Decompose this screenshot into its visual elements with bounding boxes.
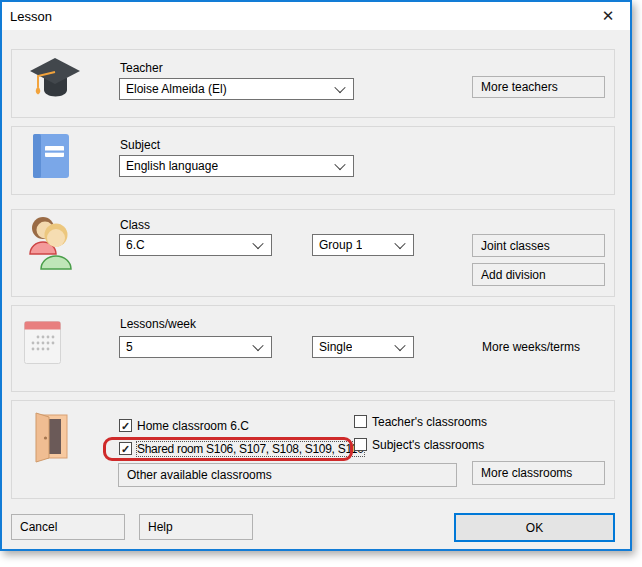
checkmark-icon: ✓ <box>121 421 130 431</box>
other-available-classrooms-button[interactable]: Other available classrooms <box>118 463 457 487</box>
lessons-count-select[interactable]: 5 <box>119 336 272 358</box>
lessons-week-label: Lessons/week <box>120 317 196 331</box>
ok-label: OK <box>526 521 543 535</box>
chevron-down-icon <box>252 238 263 249</box>
subjects-classrooms-checkbox[interactable]: ✓ Subject's classrooms <box>354 438 484 452</box>
lesson-type-select[interactable]: Single <box>312 336 414 358</box>
checkbox-box: ✓ <box>354 438 367 451</box>
cancel-button[interactable]: Cancel <box>11 514 125 540</box>
chevron-down-icon <box>252 340 263 351</box>
add-division-button[interactable]: Add division <box>472 263 605 286</box>
lessons-count-value: 5 <box>126 340 133 354</box>
graduation-cap-icon <box>28 56 82 108</box>
chevron-down-icon <box>334 159 345 170</box>
ok-button[interactable]: OK <box>454 513 615 542</box>
teacher-label: Teacher <box>120 61 163 75</box>
checkbox-box: ✓ <box>354 415 367 428</box>
add-division-label: Add division <box>481 268 546 282</box>
class-select[interactable]: 6.C <box>119 234 272 256</box>
subject-label: Subject <box>120 138 160 152</box>
teacher-select-value: Eloise Almeida (El) <box>126 82 227 96</box>
checkbox-box: ✓ <box>119 419 132 432</box>
more-classrooms-label: More classrooms <box>481 466 572 480</box>
more-weeks-terms-link[interactable]: More weeks/terms <box>482 340 580 354</box>
subjects-classrooms-label: Subject's classrooms <box>372 438 484 452</box>
chevron-down-icon <box>394 340 405 351</box>
chevron-down-icon <box>334 82 345 93</box>
class-label: Class <box>120 218 150 232</box>
class-people-icon <box>26 213 80 273</box>
shared-room-checkbox[interactable]: ✓ Shared room S106, S107, S108, S109, S1… <box>119 442 364 456</box>
window-title: Lesson <box>10 9 52 24</box>
checkmark-icon: ✓ <box>121 444 130 454</box>
joint-classes-label: Joint classes <box>481 239 550 253</box>
subject-select[interactable]: English language <box>119 155 354 177</box>
group-select-value: Group 1 <box>319 238 362 252</box>
more-classrooms-button[interactable]: More classrooms <box>472 461 605 485</box>
help-label: Help <box>148 520 173 534</box>
help-button[interactable]: Help <box>139 514 253 540</box>
cancel-label: Cancel <box>20 520 57 534</box>
close-icon[interactable]: ✕ <box>588 2 628 30</box>
more-teachers-button[interactable]: More teachers <box>472 76 605 98</box>
screen: Lesson ✕ Teacher Eloise Almeida (El) Mor… <box>0 0 642 567</box>
teacher-select[interactable]: Eloise Almeida (El) <box>119 78 354 100</box>
chevron-down-icon <box>394 238 405 249</box>
class-select-value: 6.C <box>126 238 145 252</box>
subject-select-value: English language <box>126 159 218 173</box>
home-classroom-label: Home classroom 6.C <box>137 419 249 433</box>
teachers-classrooms-label: Teacher's classrooms <box>372 415 487 429</box>
group-select[interactable]: Group 1 <box>312 234 414 256</box>
other-available-classrooms-label: Other available classrooms <box>127 468 272 482</box>
door-icon <box>28 410 70 464</box>
joint-classes-button[interactable]: Joint classes <box>472 234 605 257</box>
checkbox-box: ✓ <box>119 442 132 455</box>
home-classroom-checkbox[interactable]: ✓ Home classroom 6.C <box>119 419 249 433</box>
title-bar: Lesson ✕ <box>2 2 630 30</box>
book-icon <box>32 133 70 179</box>
more-teachers-label: More teachers <box>481 80 558 94</box>
lesson-type-value: Single <box>319 340 352 354</box>
teachers-classrooms-checkbox[interactable]: ✓ Teacher's classrooms <box>354 415 487 429</box>
calendar-icon <box>24 319 61 364</box>
lesson-dialog: Lesson ✕ Teacher Eloise Almeida (El) Mor… <box>0 0 632 551</box>
shared-room-label: Shared room S106, S107, S108, S109, S110 <box>137 442 364 456</box>
